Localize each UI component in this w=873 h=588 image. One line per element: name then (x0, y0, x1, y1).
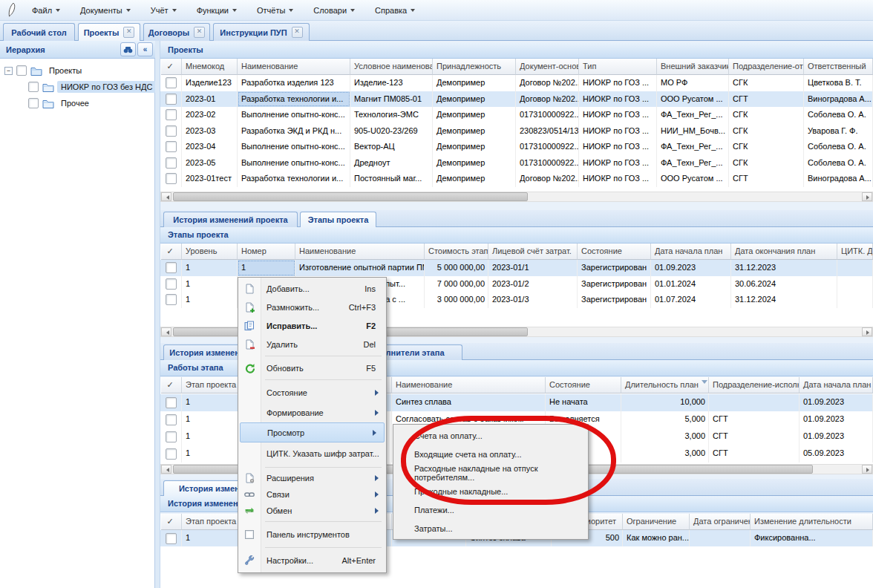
context-menu-item[interactable]: ЦИТК. Указать шифр затрат... (238, 442, 386, 465)
table-row[interactable]: 2023-05Выполнение опытно-конс...Дредноут… (160, 155, 873, 172)
select-all-header[interactable]: ✓ (161, 59, 182, 75)
select-all-header[interactable]: ✓ (161, 244, 182, 260)
column-header[interactable]: Мнемокод (182, 59, 238, 75)
submenu-item[interactable]: Приходные накладные... (393, 482, 588, 500)
tree-checkbox[interactable] (16, 65, 27, 76)
column-header[interactable]: Подразделение-отв (729, 59, 804, 75)
row-checkbox[interactable] (166, 533, 177, 544)
binoculars-icon[interactable] (120, 42, 136, 56)
column-header[interactable]: Номер (238, 244, 295, 260)
column-header[interactable]: Изменение длительности (751, 514, 873, 530)
tree-expand-icon[interactable]: − (4, 67, 13, 75)
scrollbar-thumb[interactable] (173, 192, 528, 201)
row-checkbox[interactable] (166, 109, 177, 120)
column-header[interactable]: Лицевой счёт затрат. (488, 244, 578, 260)
tree-item[interactable]: Прочее (18, 96, 93, 111)
select-all-header[interactable]: ✓ (161, 514, 182, 530)
context-menu-item[interactable]: УдалитьDel (238, 335, 386, 353)
column-header[interactable]: Состояние (546, 377, 621, 393)
column-header[interactable]: Этап проекта (182, 377, 245, 393)
column-header[interactable]: Наименование (392, 377, 546, 393)
row-checkbox[interactable] (166, 173, 177, 184)
row-checkbox[interactable] (166, 431, 177, 442)
row-checkbox[interactable] (166, 77, 177, 88)
column-header[interactable]: Ответственный (804, 59, 873, 75)
column-header[interactable]: Наименование (295, 244, 425, 260)
menubar-item[interactable]: Справка (368, 4, 422, 17)
context-menu-item[interactable]: Исправить...F2 (238, 316, 386, 335)
top-tab[interactable]: Инструкции ПУП✕ (213, 23, 310, 41)
select-all-header[interactable]: ✓ (161, 377, 182, 393)
column-header[interactable]: Этап проекта (182, 514, 245, 530)
context-menu-item[interactable]: Расширения (238, 470, 386, 486)
column-header[interactable]: Уровень (182, 244, 238, 260)
tree-item[interactable]: −Проекты (4, 63, 85, 78)
menubar-item[interactable]: Документы (73, 4, 137, 17)
column-header[interactable]: Длительность план (621, 377, 709, 393)
context-menu-item[interactable]: Формирование (238, 402, 386, 422)
context-menu-item[interactable]: ОбновитьF5 (238, 359, 386, 377)
table-row[interactable]: 2023-01тестРазработка технологии и...Пос… (160, 171, 873, 187)
table-row[interactable]: 2023-03Разработка ЭКД и РКД н...905-U020… (160, 123, 873, 140)
tree-item[interactable]: НИОКР по ГОЗ без НДС (18, 79, 156, 94)
projects-horizontal-scrollbar[interactable] (160, 192, 873, 202)
row-checkbox[interactable] (166, 278, 177, 290)
tree-checkbox[interactable] (28, 98, 39, 108)
table-row[interactable]: 11Изготовление опытной партии ПМ0...5 00… (160, 260, 873, 276)
row-checkbox[interactable] (166, 157, 177, 169)
scroll-right-icon[interactable] (862, 327, 872, 336)
close-icon[interactable]: ✕ (123, 27, 134, 38)
context-menu-item[interactable]: Обмен (238, 503, 386, 519)
submenu-item[interactable]: Входящие счета на оплату... (393, 445, 588, 463)
top-tab[interactable]: Проекты✕ (78, 23, 140, 41)
row-checkbox[interactable] (166, 397, 177, 408)
top-tab[interactable]: Договоры✕ (143, 23, 210, 41)
row-checkbox[interactable] (166, 262, 177, 273)
column-header[interactable]: Тип (579, 59, 657, 75)
column-header[interactable]: Подразделение-исполнитель.. (709, 377, 800, 393)
column-header[interactable]: Дата начала план (651, 244, 731, 260)
tree-checkbox[interactable] (28, 82, 39, 92)
submenu-item[interactable]: Затраты... (393, 519, 588, 538)
context-menu-item[interactable]: Связи (238, 486, 386, 503)
table-row[interactable]: 2023-04Выполнение опытно-конс...Вектор-А… (160, 139, 873, 155)
context-menu-item[interactable]: Настройки...Alt+Enter (238, 550, 386, 571)
column-header[interactable]: Стоимость этапа (425, 244, 488, 260)
context-menu-item[interactable]: Панель инструментов (238, 524, 386, 545)
top-tab[interactable]: Рабочий стол (3, 23, 75, 41)
menubar-item[interactable]: Словари (307, 4, 362, 17)
column-header[interactable]: Дата начала план (800, 377, 873, 393)
close-icon[interactable]: ✕ (292, 27, 303, 38)
menubar-item[interactable]: Учёт (144, 4, 183, 17)
submenu-item[interactable]: Счета на оплату... (393, 426, 588, 445)
row-checkbox[interactable] (166, 141, 177, 152)
table-row[interactable]: 2023-01Разработка технологии и...Магнит … (160, 91, 873, 108)
scroll-left-icon[interactable] (161, 327, 171, 336)
collapse-sidebar-icon[interactable]: « (137, 42, 153, 56)
column-header[interactable]: Условное наименование (350, 59, 433, 75)
column-header[interactable]: Ограничение (623, 514, 690, 530)
row-checkbox[interactable] (166, 125, 177, 137)
context-menu-item[interactable]: Просмотр (240, 422, 385, 442)
column-header[interactable]: Документ-основание (516, 59, 579, 75)
submenu-item[interactable]: Платежи... (393, 500, 588, 519)
section-tab[interactable]: Этапы проекта (300, 212, 376, 227)
column-header[interactable]: Принадлежность (433, 59, 516, 75)
close-icon[interactable]: ✕ (194, 27, 205, 38)
section-tab[interactable]: История изменений проекта (163, 212, 298, 227)
table-row[interactable]: Изделие123Разработка изделия 123Изделие-… (160, 75, 873, 91)
scroll-left-icon[interactable] (161, 465, 171, 474)
context-menu-item[interactable]: Состояние (238, 382, 386, 402)
column-header[interactable]: Дата ограничения (690, 514, 751, 530)
submenu-item[interactable]: Расходные накладные на отпуск потребител… (393, 463, 588, 482)
scroll-right-icon[interactable] (862, 465, 872, 474)
context-menu-item[interactable]: Размножить...Ctrl+F3 (238, 298, 386, 316)
row-checkbox[interactable] (166, 448, 177, 460)
menubar-item[interactable]: Отчёты (250, 4, 300, 17)
scroll-left-icon[interactable] (161, 192, 171, 201)
row-checkbox[interactable] (166, 414, 177, 425)
scroll-right-icon[interactable] (862, 192, 872, 201)
context-menu-item[interactable]: Добавить...Ins (238, 279, 386, 298)
row-checkbox[interactable] (166, 294, 177, 305)
column-header[interactable]: Внешний заказчик (657, 59, 729, 75)
